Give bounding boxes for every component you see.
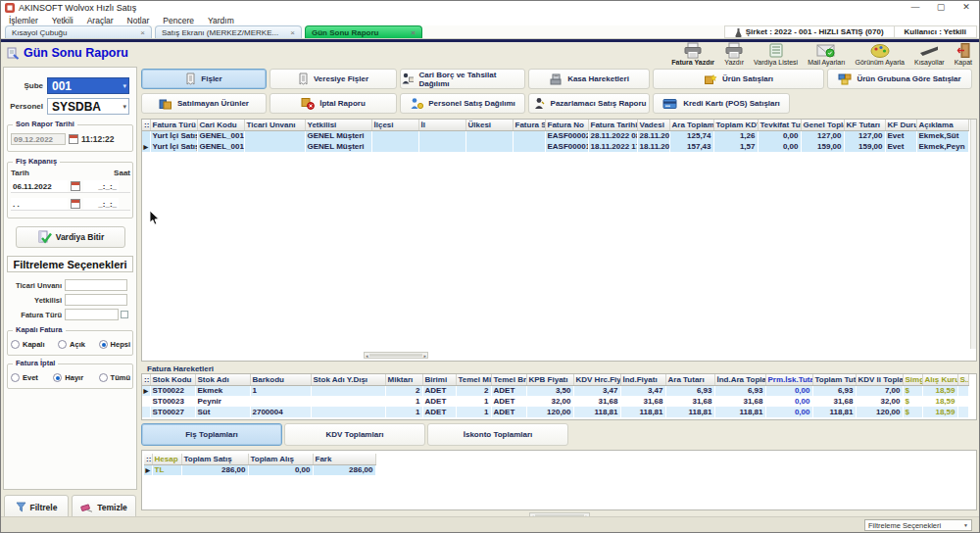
menu-notlar[interactable]: Notlar	[127, 16, 150, 25]
close-button[interactable]: ✕	[954, 1, 979, 15]
kapat-button[interactable]: Kapat	[951, 42, 976, 68]
column-header[interactable]: Fatura Tarihi	[588, 120, 637, 130]
tab-iskonto-toplamlari[interactable]: İskonto Toplamları	[427, 423, 568, 446]
column-header[interactable]: Fatura Seri	[513, 120, 545, 130]
column-header[interactable]: Ticari Unvanı	[244, 120, 305, 130]
fatura-turu-checkbox[interactable]	[121, 311, 128, 318]
fis-kapanis-time-1[interactable]: _:_:_	[83, 180, 119, 192]
tab-satis-ekrani[interactable]: Satış Ekranı (MERKEZ/MERKE... ×	[155, 25, 302, 38]
minimize-button[interactable]: —	[903, 1, 928, 15]
column-header[interactable]: KF Durumu	[885, 120, 916, 130]
table-row-selected[interactable]: ▶ Yurt İçi Satış GENEL_001 GENEL Müşteri…	[142, 141, 968, 152]
fis-kapanis-time-2[interactable]: _:_:_	[83, 198, 119, 210]
tab-gun-sonu-raporu[interactable]: Gün Sonu Raporu ×	[305, 25, 422, 38]
column-header[interactable]: KPB Fiyatı	[526, 374, 573, 385]
column-header[interactable]: Stok Kodu	[150, 374, 195, 385]
vardiya-bitir-button[interactable]: Vardiya Bitir	[16, 226, 125, 248]
column-header[interactable]: Stok Adı	[195, 374, 250, 385]
menu-pencere[interactable]: Pencere	[163, 16, 194, 25]
horizontal-scrollbar[interactable]: ◂▸	[364, 352, 428, 359]
kisayollar-button[interactable]: Kısayollar	[910, 42, 949, 68]
sube-combobox[interactable]: 001 ▾	[47, 77, 129, 94]
radio-tumu[interactable]: Tümü	[99, 373, 130, 382]
column-header[interactable]: Cari Kodu	[197, 120, 244, 130]
column-header[interactable]: S...	[957, 374, 968, 385]
table-row[interactable]: ST00023 Peynir 1 ADET 1 ADET 32,00 31,68…	[142, 396, 968, 407]
column-header[interactable]: İl	[418, 120, 466, 130]
yetkilisi-input[interactable]	[65, 294, 127, 306]
table-row-selected[interactable]: ▶ TL 286,00 0,00 286,00	[144, 464, 375, 475]
column-header[interactable]: Toplam Tutar	[812, 374, 856, 385]
column-header[interactable]: Prm.İsk.Tutarı	[765, 374, 812, 385]
radio-kapali[interactable]: Kapalı	[11, 340, 45, 349]
table-row[interactable]: ST00027 Süt 2700004 1 ADET 1 ADET 120,00…	[142, 407, 968, 417]
pazarlamaci-satis-raporu-button[interactable]: Pazarlamacı Satış Raporu	[528, 93, 650, 114]
table-row-selected[interactable]: ▶ ST00022 Ekmek 1 2 ADET 2 ADET 3,50 3,4…	[142, 385, 968, 396]
calendar-icon[interactable]	[69, 134, 78, 144]
menu-yetkili[interactable]: Yetkili	[52, 16, 74, 25]
kredi-karti-pos-satislari-button[interactable]: Kredi Kartı (POS) Satışları	[653, 93, 790, 114]
column-header[interactable]: Ara Toplam	[669, 120, 713, 130]
urun-grubuna-gore-satislar-button[interactable]: Ürün Grubuna Göre Satışlar	[827, 69, 972, 89]
menu-islemler[interactable]: İşlemler	[9, 16, 38, 25]
yazdir-button[interactable]: Yazdır	[720, 42, 748, 68]
fatura-yazdir-button[interactable]: Fatura Yazdır	[667, 42, 718, 68]
close-tab-icon[interactable]: ×	[140, 28, 145, 37]
vardiya-listesi-button[interactable]: Vardiya Listesi	[750, 42, 802, 68]
kasa-hareketleri-button[interactable]: Kasa Hareketleri	[528, 69, 650, 89]
satilmayan-urunler-button[interactable]: Satılmayan Ürünler	[141, 93, 267, 114]
mail-ayarlari-button[interactable]: Mail Ayarları	[804, 42, 849, 68]
column-header[interactable]: Fatura Türü	[150, 120, 197, 130]
menu-yardim[interactable]: Yardım	[208, 16, 234, 25]
close-tab-icon[interactable]: ×	[290, 28, 295, 37]
column-header[interactable]: Fatura No	[545, 120, 588, 130]
column-header[interactable]: Temel Mik.	[456, 374, 491, 385]
column-header[interactable]: Ülkesi	[466, 120, 513, 130]
column-header[interactable]: Ara Tutarı	[665, 374, 714, 385]
fis-kapanis-date-2[interactable]: . .	[11, 198, 68, 210]
column-header[interactable]: İnd.Fiyatı	[620, 374, 665, 385]
tab-kisayol-cubugu[interactable]: Kısayol Çubuğu ×	[5, 25, 152, 38]
radio-hepsi[interactable]: Hepsi	[99, 340, 130, 349]
column-header[interactable]: Simge	[903, 374, 922, 385]
column-header[interactable]: Temel Brm.	[491, 374, 526, 385]
urun-satislari-button[interactable]: Ürün Satışları	[653, 69, 824, 89]
tab-kdv-toplamlari[interactable]: KDV Toplamları	[284, 423, 425, 446]
fatura-turu-input[interactable]	[65, 309, 119, 320]
column-header[interactable]: Alış Kuru	[922, 374, 957, 385]
column-header[interactable]: Toplam Satış	[181, 454, 248, 464]
tab-fis-toplamlari[interactable]: Fiş Toplamları	[141, 423, 282, 446]
column-header[interactable]: Toplam KDV	[713, 120, 758, 130]
veresiye-fisler-button[interactable]: Veresiye Fişler	[270, 69, 397, 89]
table-row[interactable]: Yurt İçi Satış GENEL_001 GENEL Müşteri E…	[142, 130, 968, 141]
column-header[interactable]: Tevkifat Tutarı	[758, 120, 801, 130]
column-header[interactable]: İnd.Ara Toplam	[714, 374, 765, 385]
menu-araclar[interactable]: Araçlar	[87, 16, 114, 25]
ticari-unvani-input[interactable]	[65, 279, 127, 291]
column-header[interactable]: Stok Adı Y.Dışı	[311, 374, 385, 385]
cari-borc-button[interactable]: Cari Borç ve Tahsilat Dağılımı	[400, 69, 525, 89]
column-header[interactable]: Toplam Alış	[248, 454, 313, 464]
fisler-button[interactable]: Fişler	[141, 69, 267, 89]
column-header[interactable]: Açıklama	[916, 120, 968, 130]
calendar-icon[interactable]	[71, 199, 80, 209]
column-header[interactable]: İlçesi	[371, 120, 418, 130]
column-header[interactable]: Birimi	[422, 374, 456, 385]
column-header[interactable]: Hesap	[152, 454, 181, 464]
column-header[interactable]: Fark	[313, 454, 375, 464]
column-header[interactable]: Genel Toplam	[801, 120, 844, 130]
column-header[interactable]: KF Tutarı	[844, 120, 885, 130]
close-tab-icon[interactable]: ×	[411, 28, 416, 37]
personel-combobox[interactable]: SYSDBA ▾	[47, 98, 129, 115]
radio-hayir[interactable]: Hayır	[53, 373, 83, 382]
radio-acik[interactable]: Açık	[58, 340, 85, 349]
maximize-button[interactable]: ▢	[928, 1, 954, 15]
gorunum-ayarla-button[interactable]: Görünüm Ayarla	[852, 42, 908, 68]
vertical-scrollbar[interactable]	[970, 120, 976, 349]
column-header[interactable]: Miktarı	[385, 374, 422, 385]
column-header[interactable]: Barkodu	[250, 374, 311, 385]
calendar-icon[interactable]	[71, 181, 80, 191]
column-header[interactable]: KDV li Toplam	[856, 374, 903, 385]
personel-satis-dagilimi-button[interactable]: Personel Satış Dağılımı	[400, 93, 525, 114]
iptal-raporu-button[interactable]: İptal Raporu	[270, 93, 397, 114]
